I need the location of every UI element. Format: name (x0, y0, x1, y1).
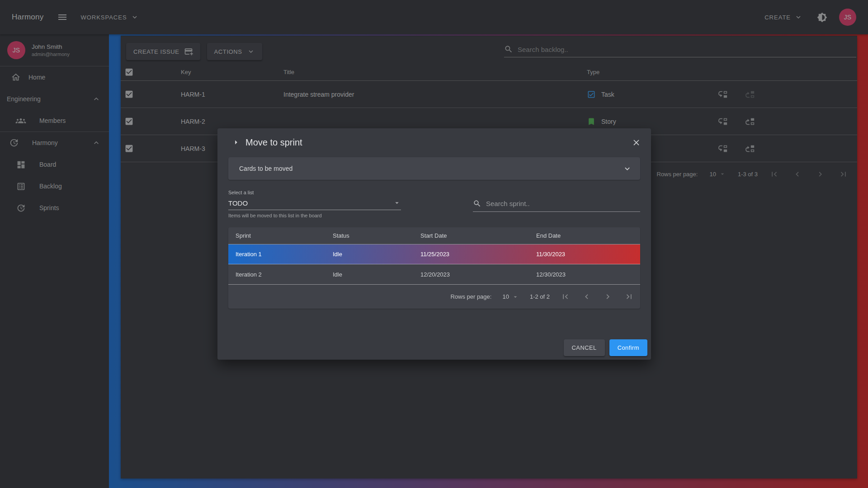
move-to-sprint-dialog: Move to sprint Cards to be moved Select … (217, 128, 651, 360)
arrow-right-icon (231, 137, 241, 147)
sprint-name: Iteration 1 (236, 251, 333, 258)
dialog-title: Move to sprint (245, 137, 302, 148)
dropdown-arrow-icon (512, 293, 519, 300)
pagination-range: 1-2 of 2 (530, 293, 550, 300)
sprint-status: Idle (333, 271, 420, 278)
rows-per-page-select[interactable]: 10 (502, 293, 519, 300)
sprint-row[interactable]: Iteration 2 Idle 12/20/2023 12/30/2023 (228, 264, 640, 284)
search-sprint-input[interactable] (486, 200, 640, 207)
accordion-label: Cards to be moved (239, 165, 292, 172)
dialog-controls-row: Select a list TODO Items will be moved t… (228, 190, 640, 218)
close-icon[interactable] (632, 138, 641, 147)
search-icon (473, 199, 481, 208)
list-select-value: TODO (228, 199, 393, 207)
list-select[interactable]: TODO (228, 199, 401, 210)
sprint-table: Sprint Status Start Date End Date Iterat… (228, 227, 640, 309)
sprint-table-header: Sprint Status Start Date End Date (228, 227, 640, 244)
list-select-helper: Items will be moved to this list in the … (228, 213, 401, 218)
cancel-button[interactable]: CANCEL (564, 339, 605, 356)
chevron-down-icon (623, 164, 632, 174)
dialog-actions: CANCEL Confirm (564, 339, 647, 356)
column-header-end-date: End Date (536, 232, 640, 239)
sprint-start-date: 12/20/2023 (420, 271, 536, 278)
rows-per-page-label: Rows per page: (450, 293, 491, 300)
column-header-start-date: Start Date (420, 232, 536, 239)
dropdown-arrow-icon (393, 199, 401, 207)
sprint-status: Idle (333, 251, 420, 258)
confirm-button[interactable]: Confirm (609, 339, 647, 356)
cards-to-be-moved-accordion[interactable]: Cards to be moved (228, 157, 640, 180)
sprint-pagination: Rows per page: 10 1-2 of 2 (228, 284, 640, 309)
sprint-end-date: 11/30/2023 (536, 251, 640, 258)
sprint-row-selected[interactable]: Iteration 1 Idle 11/25/2023 11/30/2023 (228, 244, 640, 264)
prev-page-icon[interactable] (582, 292, 591, 301)
sprint-start-date: 11/25/2023 (420, 251, 536, 258)
next-page-icon[interactable] (603, 292, 613, 301)
list-select-block: Select a list TODO Items will be moved t… (228, 190, 401, 218)
rows-per-page-value: 10 (502, 293, 509, 300)
column-header-status: Status (333, 232, 420, 239)
column-header-sprint: Sprint (236, 232, 333, 239)
sprint-name: Iteration 2 (236, 271, 333, 278)
sprint-end-date: 12/30/2023 (536, 271, 640, 278)
last-page-icon[interactable] (624, 292, 634, 301)
first-page-icon[interactable] (561, 292, 570, 301)
list-select-label: Select a list (228, 190, 401, 195)
sprint-search (473, 199, 640, 212)
dialog-header: Move to sprint (217, 128, 651, 156)
